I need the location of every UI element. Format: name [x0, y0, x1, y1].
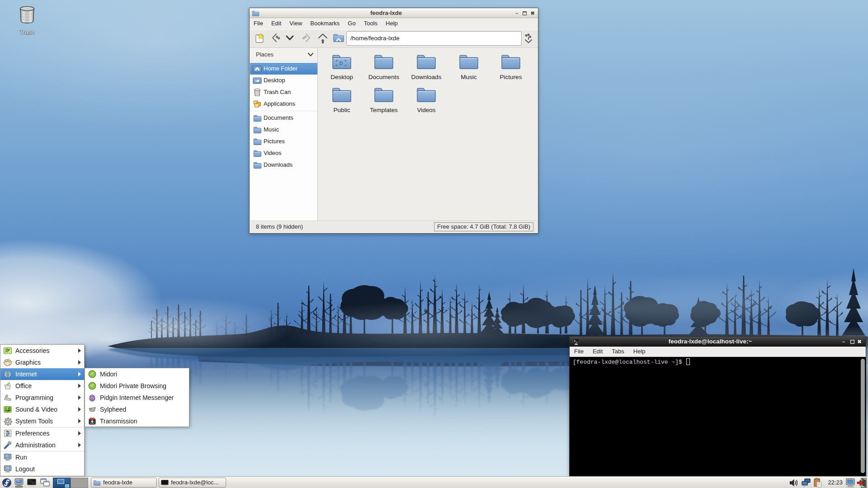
svg-text:D: D: [340, 61, 343, 66]
